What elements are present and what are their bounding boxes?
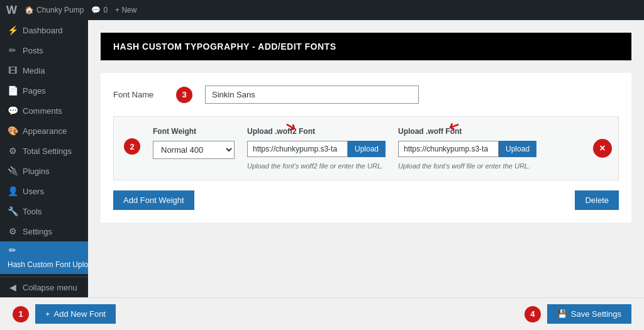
sidebar-label-users: Users xyxy=(23,187,44,196)
font-weight-select[interactable]: Normal 400 Bold 700 Light 300 Medium 500 xyxy=(153,141,235,159)
sidebar-item-plugins[interactable]: 🔌 Plugins xyxy=(0,161,88,181)
posts-icon: ✏ xyxy=(8,45,18,55)
comments-count[interactable]: 💬 0 xyxy=(91,6,108,14)
comments-icon: 💬 xyxy=(8,106,18,116)
sidebar-item-tools[interactable]: 🔧 Tools xyxy=(0,201,88,221)
settings-icon: ⚙ xyxy=(8,226,18,236)
woff-upload-group: Upload xyxy=(398,141,536,157)
new-item[interactable]: + New xyxy=(115,6,136,14)
step1-badge: 1 xyxy=(13,306,29,322)
remove-font-weight-button[interactable]: × xyxy=(593,139,612,158)
sidebar-item-hash-font[interactable]: ✏ Hash Custom Font Uploader xyxy=(0,241,88,274)
sidebar-item-total-settings[interactable]: ⚙ Total Settings xyxy=(0,141,88,161)
sidebar-item-comments[interactable]: 💬 Comments xyxy=(0,101,88,121)
woff2-hint: Upload the font's woff2 file or enter th… xyxy=(247,162,386,170)
plus-icon: + xyxy=(45,309,50,319)
font-weight-row: 2 Font Weight Normal 400 Bold 700 Light … xyxy=(124,127,608,170)
save-icon: 💾 xyxy=(557,309,567,319)
plugins-icon: 🔌 xyxy=(8,166,18,176)
add-new-font-button[interactable]: + Add New Font xyxy=(35,304,116,324)
sidebar-label-dashboard: Dashboard xyxy=(23,26,63,35)
admin-bar: W 🏠 Chunky Pump 💬 0 + New xyxy=(0,0,644,20)
step3-badge: 3 xyxy=(176,87,192,103)
users-icon: 👤 xyxy=(8,186,18,196)
save-settings-label: Save Settings xyxy=(571,309,621,319)
font-weight-label: Font Weight xyxy=(153,127,235,136)
woff-url-input[interactable] xyxy=(398,141,499,157)
main-content: HASH CUSTOM TYPOGRAPHY - ADD/EDIT FONTS … xyxy=(88,20,644,297)
sidebar-item-users[interactable]: 👤 Users xyxy=(0,181,88,201)
page-title: HASH CUSTOM TYPOGRAPHY - ADD/EDIT FONTS xyxy=(113,41,336,52)
font-weight-section: 2 Font Weight Normal 400 Bold 700 Light … xyxy=(113,116,619,180)
step2-badge: 2 xyxy=(124,138,140,155)
sidebar-label-appearance: Appearance xyxy=(23,126,67,136)
sidebar-label-settings: Settings xyxy=(23,227,52,236)
hash-font-icon: ✏ xyxy=(8,245,18,255)
font-name-row: Font Name 3 xyxy=(113,85,619,104)
sidebar-item-collapse[interactable]: ◀ Collapse menu xyxy=(0,277,88,297)
delete-button[interactable]: Delete xyxy=(575,190,619,210)
woff-upload-button[interactable]: Upload xyxy=(499,141,536,157)
woff2-label: Upload .woff2 Font xyxy=(247,127,386,136)
sidebar-label-media: Media xyxy=(23,66,45,75)
comment-icon: 💬 xyxy=(91,6,101,14)
site-name[interactable]: 🏠 Chunky Pump xyxy=(25,6,84,14)
woff2-upload-button[interactable]: Upload xyxy=(348,141,386,157)
add-font-weight-button[interactable]: Add Font Weight xyxy=(113,190,194,210)
remove-icon: × xyxy=(599,143,605,154)
sidebar-label-posts: Posts xyxy=(23,46,43,55)
page-header: HASH CUSTOM TYPOGRAPHY - ADD/EDIT FONTS xyxy=(101,33,631,60)
sidebar-label-collapse: Collapse menu xyxy=(23,283,77,292)
total-settings-icon: ⚙ xyxy=(8,146,18,156)
woff2-url-input[interactable] xyxy=(247,141,348,157)
sidebar-item-posts[interactable]: ✏ Posts xyxy=(0,40,88,60)
sidebar: ⚡ Dashboard ✏ Posts 🎞 Media 📄 Pages 💬 Co… xyxy=(0,20,88,297)
font-name-input[interactable] xyxy=(205,85,419,104)
appearance-icon: 🎨 xyxy=(8,126,18,136)
font-weight-col: Font Weight Normal 400 Bold 700 Light 30… xyxy=(153,127,235,159)
collapse-icon: ◀ xyxy=(8,282,18,292)
woff2-upload-group: Upload xyxy=(247,141,386,157)
content-area: Font Name 3 2 Font Weight Normal 400 xyxy=(101,73,631,223)
home-icon: 🏠 xyxy=(25,6,34,14)
woff-col: Upload .woff Font ➜ Upload Upload the fo… xyxy=(398,127,536,170)
font-name-label: Font Name xyxy=(113,90,164,99)
sidebar-label-hash-font: Hash Custom Font Uploader xyxy=(8,260,88,270)
wp-logo[interactable]: W xyxy=(6,4,17,17)
sidebar-item-settings[interactable]: ⚙ Settings xyxy=(0,221,88,241)
sidebar-item-media[interactable]: 🎞 Media xyxy=(0,60,88,80)
media-icon: 🎞 xyxy=(8,65,18,75)
sidebar-label-total-settings: Total Settings xyxy=(23,146,72,156)
dashboard-icon: ⚡ xyxy=(8,25,18,35)
woff2-col: Upload .woff2 Font ➜ Upload Upload the f… xyxy=(247,127,386,170)
step4-badge: 4 xyxy=(525,306,541,322)
sidebar-label-tools: Tools xyxy=(23,207,42,216)
woff-label: Upload .woff Font xyxy=(398,127,536,136)
save-settings-button[interactable]: 💾 Save Settings xyxy=(547,304,631,324)
wp-logo-icon: W xyxy=(6,4,17,17)
sidebar-label-pages: Pages xyxy=(23,86,46,96)
add-new-font-label: Add New Font xyxy=(54,309,106,319)
sidebar-item-dashboard[interactable]: ⚡ Dashboard xyxy=(0,20,88,40)
sidebar-label-plugins: Plugins xyxy=(23,167,50,176)
sidebar-label-comments: Comments xyxy=(23,106,62,116)
pages-icon: 📄 xyxy=(8,85,18,96)
buttons-row: Add Font Weight Delete xyxy=(113,190,619,210)
sidebar-item-pages[interactable]: 📄 Pages xyxy=(0,80,88,101)
sidebar-item-appearance[interactable]: 🎨 Appearance xyxy=(0,121,88,141)
woff-hint: Upload the font's woff file or enter the… xyxy=(398,162,536,170)
tools-icon: 🔧 xyxy=(8,206,18,216)
bottom-bar: 1 + Add New Font 4 💾 Save Settings xyxy=(0,297,644,330)
